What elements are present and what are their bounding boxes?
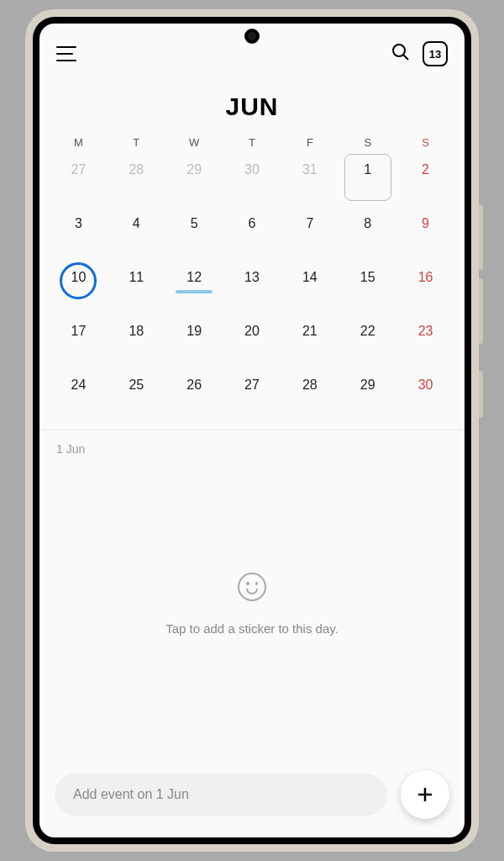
calendar-day[interactable]: 8 (339, 206, 396, 260)
calendar-grid: 2728293031123456789101112131415161718192… (39, 149, 465, 430)
calendar-day[interactable]: 15 (339, 260, 396, 314)
calendar-day[interactable]: 17 (50, 314, 108, 367)
search-icon[interactable] (391, 42, 411, 66)
calendar-day[interactable]: 6 (223, 206, 281, 260)
header-actions: 13 (391, 41, 448, 66)
svg-point-0 (393, 45, 405, 56)
calendar-day[interactable]: 10 (50, 260, 108, 314)
sticker-prompt-text: Tap to add a sticker to this day. (39, 621, 465, 636)
calendar-day[interactable]: 19 (165, 314, 223, 367)
calendar-day[interactable]: 27 (50, 152, 108, 206)
sticker-prompt[interactable]: Tap to add a sticker to this day. (39, 573, 465, 636)
calendar-day[interactable]: 4 (108, 206, 165, 260)
calendar-day[interactable]: 29 (165, 152, 223, 206)
calendar-day[interactable]: 9 (396, 206, 454, 260)
calendar-day[interactable]: 22 (339, 314, 396, 367)
calendar-day[interactable]: 29 (339, 367, 396, 421)
calendar-day[interactable]: 30 (223, 152, 281, 206)
calendar-day[interactable]: 26 (165, 367, 223, 421)
weekday-label: W (165, 136, 223, 149)
weekday-label: S (396, 136, 454, 149)
calendar-day[interactable]: 13 (223, 260, 281, 314)
calendar-day[interactable]: 11 (108, 260, 165, 314)
weekday-row: M T W T F S S (39, 136, 465, 149)
calendar-day[interactable]: 3 (50, 206, 108, 260)
calendar-day[interactable]: 31 (281, 152, 339, 206)
calendar-day[interactable]: 2 (396, 152, 454, 206)
calendar-day[interactable]: 27 (223, 367, 281, 421)
front-camera (244, 29, 260, 44)
today-button[interactable]: 13 (423, 41, 448, 66)
calendar-day[interactable]: 21 (281, 314, 339, 367)
weekday-label: M (50, 136, 108, 149)
power-button[interactable] (479, 371, 483, 418)
volume-down-button[interactable] (479, 278, 483, 344)
calendar-day[interactable]: 7 (281, 206, 339, 260)
calendar-day[interactable]: 20 (223, 314, 281, 367)
screen: 13 JUN M T W T F S S 2728293031123456789… (39, 24, 465, 837)
calendar-day[interactable]: 1 (339, 152, 396, 206)
bottom-bar: Add event on 1 Jun (55, 770, 449, 819)
calendar-day[interactable]: 5 (165, 206, 223, 260)
add-button[interactable] (401, 770, 449, 819)
calendar-day[interactable]: 25 (108, 367, 165, 421)
calendar-day[interactable]: 28 (281, 367, 339, 421)
calendar-day[interactable]: 23 (396, 314, 454, 367)
weekday-label: F (281, 136, 339, 149)
weekday-label: T (108, 136, 165, 149)
phone-frame: 13 JUN M T W T F S S 2728293031123456789… (25, 9, 479, 852)
calendar-day[interactable]: 24 (50, 367, 108, 421)
month-title: JUN (39, 92, 465, 121)
calendar-day[interactable]: 14 (281, 260, 339, 314)
menu-button[interactable] (56, 46, 76, 61)
calendar-day[interactable]: 28 (108, 152, 165, 206)
weekday-label: T (223, 136, 281, 149)
calendar-day[interactable]: 18 (108, 314, 165, 367)
smiley-icon (238, 573, 266, 601)
calendar-day[interactable]: 30 (396, 367, 454, 421)
weekday-label: S (339, 136, 396, 149)
volume-up-button[interactable] (479, 204, 483, 270)
phone-bezel: 13 JUN M T W T F S S 2728293031123456789… (33, 17, 471, 844)
add-event-input[interactable]: Add event on 1 Jun (55, 774, 387, 816)
calendar-day[interactable]: 12 (165, 260, 223, 314)
calendar-day[interactable]: 16 (396, 260, 454, 314)
selected-date-label: 1 Jun (56, 442, 85, 456)
plus-icon (415, 784, 435, 805)
svg-line-1 (403, 55, 408, 60)
